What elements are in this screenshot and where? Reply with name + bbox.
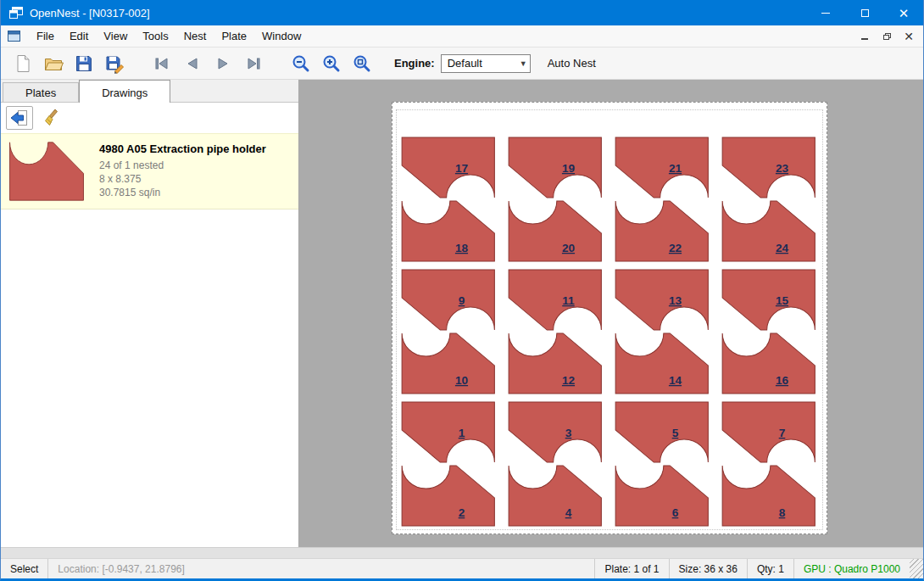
last-plate-button[interactable] <box>238 50 269 77</box>
nested-part[interactable] <box>722 270 815 330</box>
import-arrow-icon <box>9 108 30 128</box>
title-bar[interactable]: OpenNest - [N0317-002] ✕ <box>1 0 923 25</box>
menu-plate[interactable]: Plate <box>214 26 254 46</box>
nested-part[interactable] <box>509 466 601 526</box>
nest-cell: 1314 <box>615 270 708 394</box>
part-number: 3 <box>565 427 572 439</box>
part-number: 4 <box>565 506 572 519</box>
first-plate-button[interactable] <box>147 50 177 77</box>
part-number: 13 <box>669 294 682 307</box>
drawings-toolbar <box>1 103 298 133</box>
engine-select[interactable]: Default ▼ <box>441 54 531 73</box>
app-window: OpenNest - [N0317-002] ✕ File Edit View … <box>0 0 924 581</box>
nested-part[interactable] <box>509 333 601 394</box>
auto-nest-label[interactable]: Auto Nest <box>548 57 596 70</box>
menu-edit[interactable]: Edit <box>62 26 96 46</box>
nested-part[interactable] <box>402 466 494 526</box>
menu-window[interactable]: Window <box>254 26 309 46</box>
drawing-area: 30.7815 sq/in <box>99 186 266 199</box>
nested-part[interactable] <box>509 137 601 198</box>
status-location: Location: [-0.9437, 21.8796] <box>48 559 193 578</box>
drawing-nested-count: 24 of 1 nested <box>99 159 266 172</box>
nested-part[interactable] <box>722 466 815 526</box>
mdi-restore-button[interactable] <box>877 28 896 45</box>
status-qty: Qty: 1 <box>747 559 793 578</box>
tab-drawings[interactable]: Drawings <box>79 80 170 103</box>
menu-nest[interactable]: Nest <box>176 26 214 46</box>
nested-part[interactable] <box>509 270 601 330</box>
close-button[interactable]: ✕ <box>884 0 923 25</box>
nested-part[interactable] <box>509 201 601 261</box>
mdi-minimize-button[interactable] <box>855 28 874 45</box>
horizontal-scrollbar[interactable] <box>1 547 923 558</box>
part-thumbnail <box>8 139 92 204</box>
resize-grip[interactable] <box>910 559 923 578</box>
open-folder-icon <box>43 53 64 74</box>
import-drawing-button[interactable] <box>6 106 33 130</box>
panel-tabs: Plates Drawings <box>1 80 298 103</box>
part-number: 12 <box>562 374 575 387</box>
nested-part[interactable] <box>615 402 708 462</box>
nested-part[interactable] <box>615 201 708 261</box>
mdi-close-icon: ✕ <box>904 31 914 42</box>
nested-part[interactable] <box>722 333 815 394</box>
first-arrow-icon <box>153 54 171 73</box>
document-window-icon <box>8 31 20 42</box>
nested-part[interactable] <box>722 402 815 462</box>
zoom-fit-button[interactable] <box>347 50 377 77</box>
part-number: 21 <box>669 162 682 175</box>
next-plate-button[interactable] <box>208 50 238 77</box>
nested-part[interactable] <box>402 137 494 198</box>
part-number: 15 <box>776 294 789 307</box>
menu-view[interactable]: View <box>96 26 135 46</box>
new-button[interactable] <box>8 50 38 77</box>
part-number: 23 <box>776 162 788 175</box>
save-as-button[interactable] <box>99 50 130 77</box>
nest-cell: 56 <box>615 402 708 526</box>
new-document-icon <box>13 53 33 74</box>
nest-cell: 78 <box>722 402 815 526</box>
part-number: 19 <box>562 162 575 175</box>
part-number: 22 <box>669 242 682 254</box>
mdi-restore-icon <box>883 33 891 40</box>
nested-part[interactable] <box>402 333 494 394</box>
mdi-close-button[interactable]: ✕ <box>899 28 918 45</box>
previous-arrow-icon <box>183 54 202 73</box>
save-edit-icon <box>104 53 125 74</box>
status-plate: Plate: 1 of 1 <box>594 559 668 578</box>
tab-plates[interactable]: Plates <box>3 82 79 102</box>
nested-part[interactable] <box>402 201 494 261</box>
nested-part[interactable] <box>722 137 815 198</box>
part-number: 6 <box>672 506 679 519</box>
part-number: 14 <box>669 374 682 387</box>
nested-part[interactable] <box>615 333 708 394</box>
zoom-in-button[interactable] <box>316 50 347 77</box>
nested-part[interactable] <box>615 137 708 198</box>
nested-part[interactable] <box>615 270 708 330</box>
nested-part[interactable] <box>402 270 494 330</box>
menu-tools[interactable]: Tools <box>135 26 175 46</box>
nested-part[interactable] <box>615 466 708 526</box>
part-number: 5 <box>672 427 679 439</box>
zoom-out-button[interactable] <box>286 50 316 77</box>
maximize-button[interactable] <box>845 0 884 25</box>
plate-sheet[interactable]: 171819202122232491011121314151612345678 <box>392 102 827 534</box>
open-button[interactable] <box>38 50 69 77</box>
part-number: 8 <box>779 506 786 519</box>
nested-part[interactable] <box>402 402 494 462</box>
nested-part[interactable] <box>722 201 815 261</box>
minimize-button[interactable] <box>806 0 845 25</box>
nest-cell: 2122 <box>615 137 708 261</box>
part-number: 9 <box>459 294 465 307</box>
save-button[interactable] <box>69 50 99 77</box>
drawing-size: 8 x 8.375 <box>99 172 266 186</box>
drawing-list-item[interactable]: 4980 A05 Extraction pipe holder 24 of 1 … <box>1 133 298 209</box>
nest-cell: 910 <box>402 270 494 394</box>
clear-drawings-button[interactable] <box>40 106 67 130</box>
part-number: 16 <box>776 374 788 387</box>
previous-plate-button[interactable] <box>177 50 208 77</box>
engine-label: Engine: <box>394 57 435 70</box>
nested-part[interactable] <box>509 402 601 462</box>
nest-canvas[interactable]: 171819202122232491011121314151612345678 <box>299 80 924 547</box>
menu-file[interactable]: File <box>29 26 62 46</box>
